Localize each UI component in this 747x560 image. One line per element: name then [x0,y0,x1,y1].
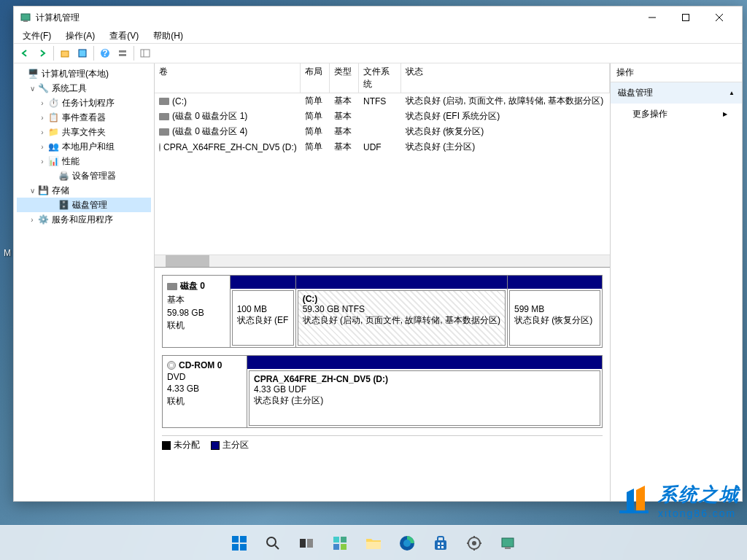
search-icon[interactable] [258,529,287,558]
detail-button[interactable] [115,45,131,61]
cd-icon [159,143,160,152]
tree-device-manager[interactable]: 🖨️设备管理器 [17,168,151,183]
menu-help[interactable]: 帮助(H) [150,28,186,44]
volume-icon [159,98,169,105]
svg-rect-24 [341,537,347,542]
tree-system-tools[interactable]: ∨🔧系统工具 [17,81,151,96]
maximize-button[interactable] [669,7,703,28]
legend-primary-swatch [211,441,220,450]
edge-icon[interactable] [392,529,422,558]
col-layout[interactable]: 布局 [301,63,330,93]
users-icon: 👥 [47,141,59,152]
volume-row[interactable]: (磁盘 0 磁盘分区 4) 简单 基本 状态良好 (恢复分区) [155,124,610,139]
svg-rect-42 [505,547,511,549]
action-more[interactable]: 更多操作▶ [611,104,742,125]
volume-row[interactable]: (磁盘 0 磁盘分区 1) 简单 基本 状态良好 (EFI 系统分区) [155,109,610,124]
device-icon: 🖨️ [58,170,69,182]
svg-rect-34 [441,546,444,548]
disk-info: CD-ROM 0 DVD 4.33 GB 联机 [163,356,247,427]
svg-rect-11 [119,54,126,56]
watermark-url: xitong86.com [658,508,740,519]
col-filesystem[interactable]: 文件系统 [359,63,401,93]
svg-rect-17 [232,544,239,551]
col-volume[interactable]: 卷 [155,63,301,93]
svg-point-29 [403,540,411,547]
widgets-icon[interactable] [325,529,355,558]
cdrom-0-row[interactable]: CD-ROM 0 DVD 4.33 GB 联机 CPRA_X64FRE_ZH-C… [162,355,603,428]
task-view-icon[interactable] [292,529,321,558]
svg-line-20 [275,545,279,549]
explorer-icon[interactable] [359,529,388,558]
toolbar: ? [14,43,742,63]
taskbar[interactable] [0,525,747,560]
start-button[interactable] [225,529,254,558]
back-button[interactable] [17,45,33,61]
main-pane: 卷 布局 类型 文件系统 状态 (C:) 简单 基本 NTFS 状态良好 (启动… [155,63,611,501]
help-button[interactable]: ? [97,45,113,61]
svg-rect-14 [619,510,649,513]
tools-icon: 🔧 [37,82,49,94]
horizontal-scrollbar[interactable] [155,254,610,267]
app-icon [20,12,31,23]
partition-c[interactable]: (C:) 59.30 GB NTFS 状态良好 (启动, 页面文件, 故障转储,… [295,276,507,347]
tree-root[interactable]: 🖥️计算机管理(本地) [17,66,151,81]
menu-view[interactable]: 查看(V) [107,28,142,44]
tree-shared-folders[interactable]: ›📁共享文件夹 [17,125,151,139]
svg-rect-32 [441,542,444,545]
tree-task-scheduler[interactable]: ›⏱️任务计划程序 [17,96,151,110]
event-icon: 📋 [47,112,59,123]
action-section-disk[interactable]: 磁盘管理▲ [611,82,742,104]
svg-point-36 [472,541,476,545]
partition-recovery[interactable]: 599 MB 状态良好 (恢复分区) [507,276,602,347]
tree-local-users[interactable]: ›👥本地用户和组 [17,139,151,154]
tree-disk-management[interactable]: 🗄️磁盘管理 [17,198,151,212]
menu-action[interactable]: 操作(A) [63,28,98,44]
up-button[interactable] [57,45,73,61]
volume-list[interactable]: 卷 布局 类型 文件系统 状态 (C:) 简单 基本 NTFS 状态良好 (启动… [155,63,610,268]
app-icon-taskbar[interactable] [493,529,522,558]
svg-rect-0 [21,14,30,20]
disk-info: 磁盘 0 基本 59.98 GB 联机 [163,276,230,347]
minimize-button[interactable] [635,7,669,28]
tree-services[interactable]: ›⚙️服务和应用程序 [17,212,151,227]
volume-row[interactable]: CPRA_X64FRE_ZH-CN_DV5 (D:) 简单 基本 UDF 状态良… [155,139,610,155]
titlebar[interactable]: 计算机管理 [14,7,742,28]
services-icon: ⚙️ [37,214,49,225]
volume-row[interactable]: (C:) 简单 基本 NTFS 状态良好 (启动, 页面文件, 故障转储, 基本… [155,93,610,109]
forward-button[interactable] [34,45,50,61]
svg-rect-31 [438,542,440,545]
tree-performance[interactable]: ›📊性能 [17,154,151,168]
svg-rect-41 [502,538,514,547]
window-title: 计算机管理 [36,12,635,24]
svg-rect-25 [333,544,339,550]
computer-icon: 🖥️ [27,68,39,79]
tree-event-viewer[interactable]: ›📋事件查看器 [17,110,151,125]
svg-rect-16 [240,536,247,542]
svg-rect-1 [23,20,28,22]
watermark: 系统之城 xitong86.com [616,481,740,520]
col-type[interactable]: 类型 [330,63,359,93]
disk-0-row[interactable]: 磁盘 0 基本 59.98 GB 联机 100 MB 状态良好 (EFI 系统分… [162,275,603,348]
close-button[interactable] [703,7,736,28]
store-icon[interactable] [426,529,455,558]
view-button[interactable] [74,45,90,61]
settings-icon[interactable] [460,529,489,558]
volume-list-header: 卷 布局 类型 文件系统 状态 [155,63,610,93]
desktop-icon[interactable]: M [4,248,11,258]
tree-storage[interactable]: ∨💾存储 [17,183,151,198]
svg-rect-26 [341,544,347,550]
menu-file[interactable]: 文件(F) [20,28,54,44]
collapse-icon: ▲ [729,90,735,96]
partition-efi[interactable]: 100 MB 状态良好 (EFI 系统分区) [230,276,295,347]
watermark-logo-icon [616,481,652,520]
legend: 未分配 主分区 [162,435,603,454]
svg-text:?: ? [102,48,107,58]
panel-button[interactable] [137,45,153,61]
partition-dvd[interactable]: CPRA_X64FRE_ZH-CN_DV5 (D:) 4.33 GB UDF 状… [247,356,602,427]
watermark-title: 系统之城 [658,482,740,508]
volume-icon [159,113,169,120]
tree-pane[interactable]: 🖥️计算机管理(本地) ∨🔧系统工具 ›⏱️任务计划程序 ›📋事件查看器 ›📁共… [14,63,155,501]
col-status[interactable]: 状态 [401,63,610,93]
folder-share-icon: 📁 [47,126,59,138]
cdrom-icon [167,361,176,370]
